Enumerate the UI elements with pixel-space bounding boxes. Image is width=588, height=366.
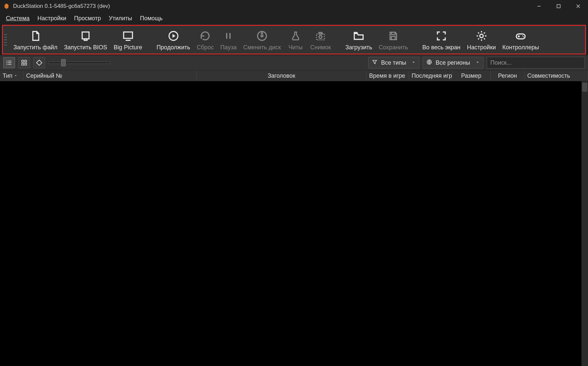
chevron-down-icon — [475, 59, 480, 66]
controllers-button[interactable]: Контроллеры — [499, 28, 542, 52]
save-icon — [388, 28, 399, 43]
col-playtime[interactable]: Время в игре — [367, 71, 409, 81]
save-label: Сохранить — [379, 44, 408, 51]
close-button[interactable] — [568, 0, 588, 12]
fullscreen-icon — [435, 28, 447, 43]
table-header: Тип Серийный № Заголовок Время в игре По… — [0, 70, 588, 81]
reset-label: Сброс — [197, 44, 214, 51]
chip-icon — [80, 28, 91, 43]
region-filter-dropdown[interactable]: Все регионы — [423, 57, 483, 69]
maximize-button[interactable] — [549, 0, 568, 12]
resume-button[interactable]: Продолжить — [153, 28, 193, 52]
play-icon — [168, 28, 179, 43]
menu-view[interactable]: Просмотр — [70, 12, 105, 24]
save-button[interactable]: Сохранить — [375, 28, 411, 52]
folder-open-icon — [352, 28, 365, 43]
pause-label: Пауза — [220, 44, 237, 51]
zoom-slider[interactable] — [48, 61, 110, 64]
settings-label: Настройки — [467, 44, 496, 51]
svg-point-27 — [7, 61, 8, 62]
svg-rect-1 — [557, 5, 560, 8]
region-filter-label: Все регионы — [435, 59, 470, 66]
col-lastplayed[interactable]: Последняя игр — [409, 71, 452, 81]
fullscreen-button[interactable]: Во весь экран — [419, 28, 464, 52]
flask-icon — [290, 28, 301, 43]
minimize-button[interactable] — [529, 0, 549, 12]
col-serial[interactable]: Серийный № — [24, 71, 197, 81]
view-grid-button[interactable] — [18, 57, 30, 68]
disc-icon — [256, 28, 268, 43]
col-title[interactable]: Заголовок — [197, 71, 367, 81]
game-list-body — [0, 81, 588, 366]
scrollbar-thumb[interactable] — [582, 83, 587, 92]
sort-desc-icon — [14, 72, 18, 79]
cheats-button[interactable]: Читы — [284, 28, 307, 52]
svg-rect-15 — [319, 33, 322, 34]
toolbar-grip[interactable] — [4, 34, 7, 45]
gear-icon — [476, 28, 487, 43]
filter-bar: Все типы Все регионы — [0, 55, 588, 70]
svg-rect-4 — [82, 32, 89, 39]
slider-thumb[interactable] — [61, 59, 66, 66]
run-bios-button[interactable]: Запустить BIOS — [61, 28, 110, 52]
window-title: DuckStation 0.1-5485-gc6a57273 (dev) — [13, 3, 529, 9]
svg-point-23 — [523, 37, 524, 38]
reset-button[interactable]: Сброс — [193, 28, 217, 52]
big-picture-button[interactable]: Big Picture — [110, 28, 145, 52]
load-label: Загрузить — [345, 44, 372, 51]
run-bios-label: Запустить BIOS — [64, 44, 107, 51]
app-icon — [3, 3, 10, 9]
view-tag-button[interactable] — [33, 57, 45, 68]
search-input[interactable] — [487, 57, 585, 69]
svg-rect-16 — [391, 32, 395, 35]
svg-point-12 — [261, 35, 263, 37]
run-file-button[interactable]: Запустить файл — [10, 28, 61, 52]
run-file-label: Запустить файл — [13, 44, 57, 51]
col-compat[interactable]: Совместимость — [525, 71, 588, 81]
vertical-scrollbar[interactable] — [581, 81, 588, 366]
svg-rect-5 — [84, 39, 87, 40]
svg-point-28 — [7, 62, 8, 63]
svg-rect-6 — [123, 32, 132, 39]
menu-help[interactable]: Помощь — [136, 12, 167, 24]
col-region[interactable]: Регион — [491, 71, 525, 81]
col-size[interactable]: Размер — [452, 71, 491, 81]
svg-rect-13 — [317, 34, 324, 40]
main-toolbar: Запустить файл Запустить BIOS Big Pictur… — [2, 25, 586, 55]
reset-icon — [199, 28, 211, 43]
pause-button[interactable]: Пауза — [217, 28, 240, 52]
fullscreen-label: Во весь экран — [422, 44, 461, 51]
type-filter-label: Все типы — [381, 59, 406, 66]
col-type[interactable]: Тип — [0, 71, 24, 81]
load-button[interactable]: Загрузить — [342, 28, 375, 52]
type-filter-dropdown[interactable]: Все типы — [368, 57, 419, 69]
gamepad-icon — [514, 28, 528, 43]
resume-label: Продолжить — [156, 44, 190, 51]
pause-icon — [223, 28, 233, 43]
big-picture-label: Big Picture — [114, 44, 142, 51]
screenshot-button[interactable]: Снимок — [307, 28, 334, 52]
filter-icon — [372, 59, 378, 67]
cheats-label: Читы — [288, 44, 302, 51]
svg-point-14 — [319, 36, 322, 39]
monitor-icon — [122, 28, 135, 43]
change-disc-label: Сменить диск — [243, 44, 281, 51]
svg-rect-19 — [516, 34, 525, 39]
menu-tools[interactable]: Утилиты — [105, 12, 136, 24]
svg-point-22 — [522, 36, 523, 37]
view-list-button[interactable] — [3, 57, 15, 68]
chevron-down-icon — [411, 59, 416, 66]
title-bar: DuckStation 0.1-5485-gc6a57273 (dev) — [0, 0, 588, 12]
file-icon — [29, 28, 41, 43]
menu-settings[interactable]: Настройки — [34, 12, 70, 24]
svg-point-18 — [480, 34, 483, 38]
settings-button[interactable]: Настройки — [464, 28, 499, 52]
controllers-label: Контроллеры — [502, 44, 539, 51]
svg-rect-33 — [25, 63, 27, 65]
menu-system[interactable]: Система — [2, 12, 34, 24]
screenshot-label: Снимок — [310, 44, 331, 51]
change-disc-button[interactable]: Сменить диск — [240, 28, 284, 52]
svg-rect-31 — [25, 60, 27, 62]
svg-rect-17 — [391, 36, 395, 40]
svg-rect-32 — [22, 63, 24, 65]
